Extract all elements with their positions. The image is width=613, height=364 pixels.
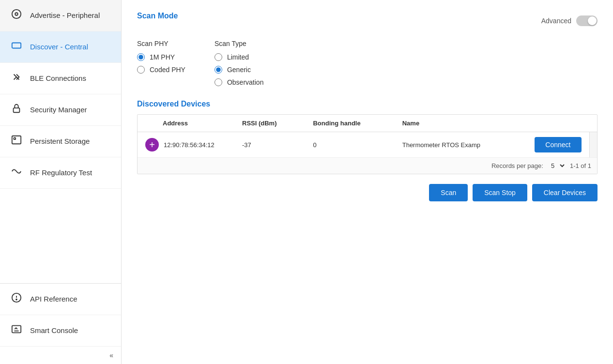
discovered-devices-title: Discovered Devices bbox=[137, 100, 598, 108]
actions-row: Scan Scan Stop Clear Devices bbox=[137, 184, 598, 201]
cell-address: + 12:90:78:56:34:12 bbox=[138, 132, 234, 158]
table-row: + 12:90:78:56:34:12 -37 0 Thermometer RT… bbox=[138, 132, 597, 158]
scroll-spacer bbox=[589, 132, 597, 158]
rf-regulatory-test-icon bbox=[10, 166, 23, 180]
col-header-scroll bbox=[589, 115, 597, 132]
sidebar-item-advertise-peripheral[interactable]: Advertise - Peripheral bbox=[0, 0, 121, 31]
records-per-page-label: Records per page: bbox=[491, 162, 543, 169]
scan-phy-radio-group: 1M PHY Coded PHY bbox=[137, 53, 185, 74]
address-value: 12:90:78:56:34:12 bbox=[164, 141, 215, 149]
advertise-peripheral-icon bbox=[10, 9, 23, 22]
radio-observation-label: Observation bbox=[227, 78, 263, 86]
cell-rssi: -37 bbox=[234, 132, 305, 158]
cell-connect: Connect bbox=[527, 132, 589, 158]
svg-rect-3 bbox=[12, 136, 21, 144]
svg-rect-1 bbox=[12, 43, 21, 48]
scan-options: Scan PHY 1M PHY Coded PHY Scan Type Limi… bbox=[137, 40, 598, 86]
sidebar-item-discover-central[interactable]: Discover - Central bbox=[0, 31, 121, 63]
ble-connections-icon bbox=[10, 72, 23, 85]
svg-rect-4 bbox=[14, 137, 16, 139]
svg-point-7 bbox=[16, 299, 17, 300]
radio-coded-phy[interactable]: Coded PHY bbox=[137, 66, 185, 74]
radio-coded-phy-label: Coded PHY bbox=[150, 66, 185, 74]
sidebar-label-rf-regulatory-test: RF Regulatory Test bbox=[30, 168, 92, 177]
sidebar-item-ble-connections[interactable]: BLE Connections bbox=[0, 63, 121, 94]
radio-generic[interactable]: Generic bbox=[215, 66, 263, 74]
sidebar-label-ble-connections: BLE Connections bbox=[30, 74, 86, 83]
sidebar-item-security-manager[interactable]: Security Manager bbox=[0, 94, 121, 126]
expand-row-button[interactable]: + bbox=[145, 138, 159, 152]
toggle-knob bbox=[588, 16, 597, 25]
sidebar-label-smart-console: Smart Console bbox=[30, 326, 78, 335]
sidebar-item-persistent-storage[interactable]: Persistent Storage bbox=[0, 126, 121, 157]
advanced-toggle[interactable] bbox=[576, 15, 598, 26]
svg-point-0 bbox=[15, 13, 18, 15]
sidebar-item-api-reference[interactable]: API Reference bbox=[0, 284, 121, 315]
cell-name: Thermometer RTOS Examp bbox=[395, 132, 527, 158]
scan-type-radio-group: Limited Generic Observation bbox=[215, 53, 263, 86]
svg-rect-8 bbox=[12, 326, 21, 333]
table-header-row: Address RSSI (dBm) Bonding handle Name bbox=[138, 115, 597, 132]
sidebar-label-security-manager: Security Manager bbox=[30, 106, 87, 114]
radio-generic-label: Generic bbox=[227, 66, 251, 74]
sidebar-item-smart-console[interactable]: Smart Console bbox=[0, 315, 121, 347]
sidebar-label-advertise-peripheral: Advertise - Peripheral bbox=[30, 11, 100, 20]
sidebar-label-discover-central: Discover - Central bbox=[30, 43, 88, 51]
api-reference-icon bbox=[10, 292, 23, 306]
main-content: Scan Mode Advanced Scan PHY 1M PHY Coded… bbox=[122, 0, 613, 364]
scan-type-label: Scan Type bbox=[215, 40, 263, 47]
scan-button[interactable]: Scan bbox=[429, 184, 468, 201]
devices-table-wrapper: Address RSSI (dBm) Bonding handle Name +… bbox=[137, 114, 598, 174]
discover-central-icon bbox=[10, 40, 23, 54]
radio-1m-phy[interactable]: 1M PHY bbox=[137, 53, 185, 61]
devices-table: Address RSSI (dBm) Bonding handle Name +… bbox=[138, 115, 597, 157]
records-per-page-select[interactable]: 5 10 25 bbox=[549, 162, 566, 170]
radio-observation[interactable]: Observation bbox=[215, 78, 263, 86]
pagination-row: Records per page: 5 10 25 1-1 of 1 bbox=[138, 157, 597, 174]
sidebar-label-api-reference: API Reference bbox=[30, 295, 77, 303]
scan-stop-button[interactable]: Scan Stop bbox=[473, 184, 527, 201]
col-header-action bbox=[527, 115, 589, 132]
sidebar-collapse-button[interactable]: « bbox=[0, 347, 121, 364]
connect-button[interactable]: Connect bbox=[535, 137, 581, 152]
col-header-name: Name bbox=[395, 115, 527, 132]
scan-type-group: Scan Type Limited Generic Observation bbox=[215, 40, 263, 86]
sidebar: Advertise - Peripheral Discover - Centra… bbox=[0, 0, 122, 364]
clear-devices-button[interactable]: Clear Devices bbox=[532, 184, 598, 201]
cell-bonding-handle: 0 bbox=[305, 132, 394, 158]
scan-mode-title: Scan Mode bbox=[137, 12, 178, 20]
collapse-icon: « bbox=[109, 351, 113, 359]
col-header-bonding: Bonding handle bbox=[305, 115, 394, 132]
smart-console-icon bbox=[10, 324, 23, 337]
persistent-storage-icon bbox=[10, 135, 23, 148]
svg-rect-2 bbox=[14, 108, 20, 112]
scan-mode-header: Scan Mode Advanced bbox=[137, 12, 598, 30]
sidebar-label-persistent-storage: Persistent Storage bbox=[30, 137, 90, 146]
scan-phy-label: Scan PHY bbox=[137, 40, 185, 47]
pagination-range: 1-1 of 1 bbox=[570, 162, 591, 169]
sidebar-item-rf-regulatory-test[interactable]: RF Regulatory Test bbox=[0, 157, 121, 189]
advanced-label: Advanced bbox=[541, 17, 571, 25]
radio-limited[interactable]: Limited bbox=[215, 53, 263, 61]
security-manager-icon bbox=[10, 103, 23, 117]
radio-1m-phy-label: 1M PHY bbox=[150, 53, 175, 61]
scan-phy-group: Scan PHY 1M PHY Coded PHY bbox=[137, 40, 185, 86]
col-header-address: Address bbox=[138, 115, 234, 132]
col-header-rssi: RSSI (dBm) bbox=[234, 115, 305, 132]
radio-limited-label: Limited bbox=[227, 53, 249, 61]
